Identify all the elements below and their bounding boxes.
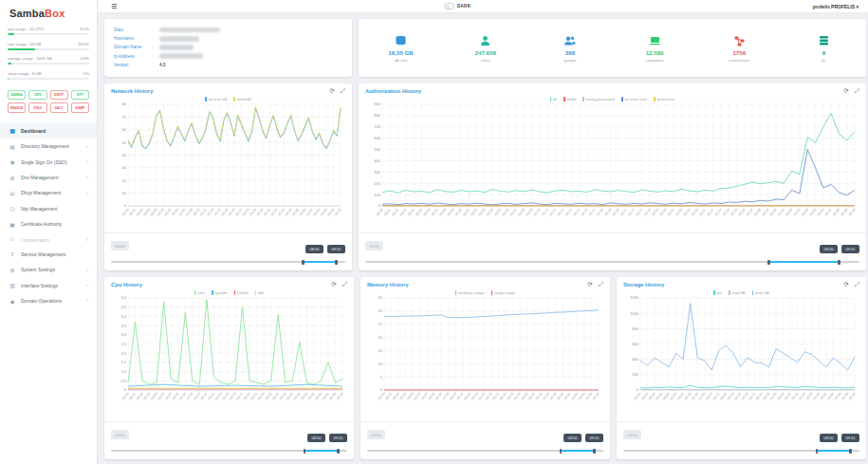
slider-window-end-button[interactable]: 09:51 bbox=[841, 245, 859, 253]
slider-handle-right[interactable] bbox=[849, 449, 852, 454]
svg-text:09:49: 09:49 bbox=[840, 208, 849, 216]
svg-text:0.5: 0.5 bbox=[120, 379, 126, 383]
sidebar-item-orchestration[interactable]: ⧉Orchestration› bbox=[0, 232, 97, 247]
slider-buttons: 00:0008:5009:51 bbox=[111, 426, 347, 443]
slider-handle-right[interactable] bbox=[337, 449, 340, 454]
slider-min-button[interactable]: 00:00 bbox=[367, 430, 385, 438]
info-value-redacted bbox=[159, 53, 203, 59]
svg-text:10: 10 bbox=[122, 191, 127, 195]
refresh-icon[interactable]: ⟳ bbox=[587, 282, 592, 288]
fullscreen-icon[interactable]: ⤢ bbox=[341, 88, 345, 95]
time-range-slider: 00:0008:5009:51 bbox=[360, 422, 610, 459]
svg-text:3.5: 3.5 bbox=[120, 324, 126, 328]
svg-text:500: 500 bbox=[374, 147, 380, 152]
svg-text:400: 400 bbox=[374, 158, 380, 163]
slider-handle-right[interactable] bbox=[335, 260, 338, 265]
slider-window-end-button[interactable]: 09:51 bbox=[841, 434, 859, 442]
sidebar-item-label: Service Management bbox=[21, 251, 65, 257]
slider-min-button[interactable]: 00:00 bbox=[111, 241, 129, 250]
fullscreen-icon[interactable]: ⤢ bbox=[855, 282, 859, 288]
svg-text:09:18: 09:18 bbox=[596, 208, 604, 216]
slider-min-button[interactable]: 00:00 bbox=[623, 430, 641, 438]
svg-text:09:27: 09:27 bbox=[667, 208, 675, 216]
sidebar-item-system-settings[interactable]: ⚙System Settings› bbox=[0, 262, 97, 277]
svg-text:09:01: 09:01 bbox=[462, 208, 471, 216]
sidebar-item-dhcp-management[interactable]: ⊟Dhcp Management› bbox=[0, 185, 97, 200]
users-icon bbox=[443, 34, 527, 47]
sidebar-item-dns-management[interactable]: ⚙Dns Management› bbox=[0, 170, 97, 185]
profile-dropdown[interactable]: profelis PROFELIS ▾ bbox=[813, 4, 859, 9]
system-usage-stats: cpu usage - 16 CPU8.2%ram usage - 63 GB3… bbox=[0, 24, 97, 80]
slider-selected-range[interactable] bbox=[561, 450, 593, 452]
slider-track[interactable] bbox=[111, 448, 347, 454]
refresh-icon[interactable]: ⟳ bbox=[329, 88, 334, 95]
hamburger-menu-icon[interactable]: ☰ bbox=[111, 3, 117, 9]
usage-stat: ram usage - 63 GB33.6% bbox=[8, 42, 89, 50]
stat-value: 1756 bbox=[697, 49, 782, 56]
stat-value: 12.580 bbox=[613, 49, 697, 56]
sidebar-item-service-management[interactable]: ≡Service Management bbox=[0, 248, 97, 262]
slider-handle-right[interactable] bbox=[593, 449, 596, 454]
sidebar-item-certificate-authority[interactable]: ▣Certificate Authority bbox=[0, 216, 97, 232]
slider-handle-left[interactable] bbox=[816, 449, 819, 454]
refresh-icon[interactable]: ⟳ bbox=[843, 282, 848, 288]
svg-text:08:52: 08:52 bbox=[392, 208, 400, 216]
slider-window-start-button[interactable]: 08:50 bbox=[820, 245, 838, 253]
slider-handle-left[interactable] bbox=[304, 449, 306, 454]
slider-track[interactable] bbox=[365, 259, 859, 265]
sidebar-item-label: Dns Management bbox=[21, 175, 58, 180]
fullscreen-icon[interactable]: ⤢ bbox=[855, 88, 859, 95]
slider-buttons: 00:0008:5009:51 bbox=[365, 237, 859, 254]
slider-window-start-button[interactable]: 08:50 bbox=[820, 434, 838, 442]
usage-bar bbox=[8, 33, 89, 35]
sidebar-item-single-sign-on-sso[interactable]: ◉Single Sign On (SSO)› bbox=[0, 155, 97, 170]
slider-window-buttons: 08:5009:51 bbox=[816, 237, 859, 254]
refresh-icon[interactable]: ⟳ bbox=[843, 88, 848, 95]
slider-selected-range[interactable] bbox=[770, 261, 837, 263]
fullscreen-icon[interactable]: ⤢ bbox=[342, 282, 347, 288]
svg-text:09:45: 09:45 bbox=[808, 208, 817, 216]
dns-icon: ⚙ bbox=[9, 175, 16, 181]
stat-label: users bbox=[443, 58, 527, 63]
sidebar-item-ntp-management[interactable]: ◷Ntp Management bbox=[0, 201, 97, 216]
service-badge-dhcp: DHCP bbox=[50, 90, 68, 100]
slider-window-start-button[interactable]: 08:50 bbox=[307, 434, 325, 442]
slider-min-button[interactable]: 00:00 bbox=[365, 241, 383, 250]
slider-handle-left[interactable] bbox=[302, 260, 305, 265]
refresh-icon[interactable]: ⟳ bbox=[331, 282, 336, 288]
toggle-switch[interactable] bbox=[444, 3, 454, 9]
svg-text:09:12: 09:12 bbox=[549, 208, 558, 216]
info-row: Date: bbox=[114, 26, 342, 34]
slider-min-button[interactable]: 00:00 bbox=[111, 430, 129, 438]
slider-window-end-button[interactable]: 09:51 bbox=[327, 245, 345, 253]
sidebar-item-domain-operations[interactable]: ◆Domain Operations› bbox=[0, 293, 97, 308]
slider-selected-range[interactable] bbox=[304, 261, 335, 263]
slider-window-end-button[interactable]: 09:51 bbox=[585, 434, 603, 442]
info-colon: : bbox=[152, 28, 159, 32]
stat-value: 16,55 GB bbox=[359, 49, 443, 56]
slider-window-start-button[interactable]: 08:50 bbox=[305, 245, 323, 253]
svg-text:100: 100 bbox=[374, 193, 380, 197]
slider-selected-range[interactable] bbox=[305, 450, 337, 452]
svg-text:600: 600 bbox=[374, 136, 380, 140]
svg-text:09:07: 09:07 bbox=[509, 208, 518, 216]
svg-text:0: 0 bbox=[379, 203, 381, 208]
slider-selected-range[interactable] bbox=[817, 450, 849, 452]
slider-track[interactable] bbox=[111, 259, 345, 265]
sidebar-item-interface-settings[interactable]: ▥Interface Settings› bbox=[0, 278, 97, 293]
dark-mode-toggle[interactable]: DARK bbox=[444, 3, 471, 9]
fullscreen-icon[interactable]: ⤢ bbox=[599, 282, 603, 288]
sidebar-item-directory-management[interactable]: ▤Directory Management› bbox=[0, 139, 97, 154]
chart-header: Storage History⟳⤢ bbox=[617, 277, 866, 289]
slider-window-start-button[interactable]: 08:50 bbox=[563, 434, 582, 442]
slider-track[interactable] bbox=[367, 448, 603, 454]
slider-handle-left[interactable] bbox=[767, 260, 770, 265]
slider-handle-left[interactable] bbox=[560, 449, 563, 454]
slider-handle-right[interactable] bbox=[838, 260, 840, 265]
svg-text:09:09: 09:09 bbox=[526, 208, 534, 216]
slider-track[interactable] bbox=[623, 448, 859, 454]
stat-label: db size bbox=[359, 58, 443, 63]
sidebar-item-dashboard[interactable]: ▦Dashboard bbox=[0, 123, 97, 139]
slider-window-end-button[interactable]: 09:51 bbox=[329, 434, 347, 442]
usage-bar-fill bbox=[8, 63, 11, 65]
